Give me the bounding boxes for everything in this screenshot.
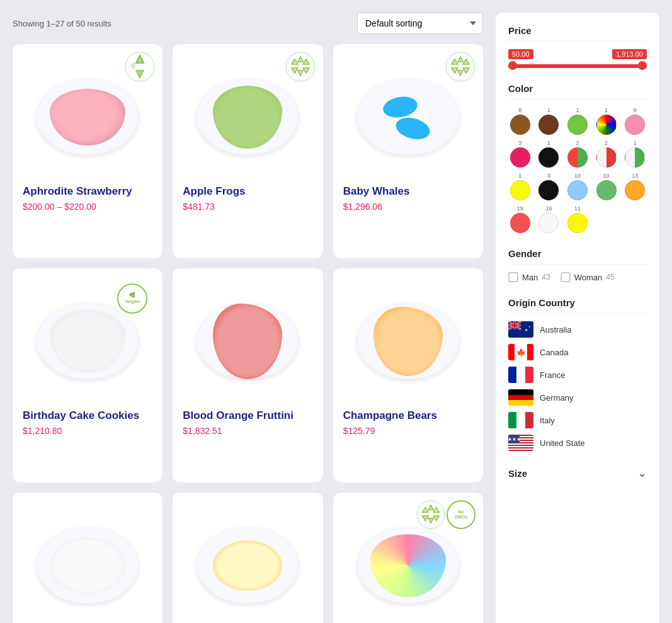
color-swatch-item[interactable]: 10 (595, 173, 618, 200)
color-swatch[interactable] (625, 147, 645, 168)
gender-woman-option[interactable]: Woman 45 (561, 272, 615, 282)
color-swatch[interactable] (510, 213, 530, 233)
color-count: 13 (632, 173, 638, 179)
color-swatch-item[interactable]: 8 (508, 107, 532, 135)
country-australia[interactable]: ★ ★ Australia (508, 321, 647, 338)
color-swatch[interactable] (625, 180, 645, 200)
color-swatch-item[interactable]: 19 (508, 205, 532, 233)
product-card[interactable]: Blood Orange Fruttini $1,832.51 (173, 268, 322, 483)
sort-select[interactable]: Default sortingSort by popularitySort by… (357, 13, 483, 34)
product-dish (37, 528, 138, 603)
color-swatch[interactable] (538, 147, 559, 168)
price-slider-thumb-left[interactable] (508, 61, 517, 70)
product-image-container (23, 503, 152, 623)
color-swatch[interactable] (538, 115, 559, 135)
color-count: 11 (574, 205, 581, 212)
product-name: Aphrodite Strawberry (23, 185, 152, 198)
color-count: 8 (518, 107, 521, 113)
color-swatch-item[interactable]: 11 (566, 205, 589, 233)
product-card[interactable]: Aphrodite Strawberry $200.00 – $220.00 (13, 44, 162, 258)
color-swatch-item[interactable]: 16 (537, 205, 561, 233)
color-swatch-item[interactable]: 2 (566, 140, 589, 168)
country-united-state[interactable]: ★★★ United State (508, 435, 647, 451)
color-swatch[interactable] (596, 147, 617, 168)
svg-rect-58 (508, 446, 533, 447)
main-content: Showing 1–27 of 50 results Default sorti… (13, 13, 483, 623)
gender-filter: Gender Man 43 Woman 45 (508, 248, 647, 282)
color-count: 1 (576, 107, 579, 113)
price-filter-title: Price (508, 25, 647, 42)
color-swatch[interactable] (538, 213, 559, 233)
product-name: Baby Whales (343, 185, 473, 198)
product-card[interactable]: Baby Whales $1,296.06 (333, 44, 483, 258)
country-italy[interactable]: Italy (508, 412, 647, 428)
color-count: 3 (547, 173, 550, 179)
color-swatch-item[interactable]: 9 (623, 107, 647, 135)
color-count: 10 (574, 173, 581, 179)
color-swatch[interactable] (538, 180, 559, 200)
product-card[interactable]: NoGMOs (333, 493, 483, 623)
product-price: $200.00 – $220.00 (23, 202, 152, 212)
badge-group: NoGMOs (416, 500, 476, 529)
product-card[interactable] (13, 493, 162, 623)
star-of-david-icon (285, 52, 316, 82)
country-germany[interactable]: Germany (508, 389, 647, 406)
svg-text:★★★: ★★★ (508, 437, 521, 442)
color-swatch-item[interactable]: 3 (537, 173, 561, 200)
product-card[interactable] (173, 493, 322, 623)
country-canada[interactable]: 🍁 Canada (508, 344, 647, 360)
candy-visual (213, 540, 282, 591)
product-image-container (183, 278, 312, 404)
candy-visual (373, 307, 443, 376)
product-card[interactable]: Champagne Bears $125.79 (333, 268, 483, 483)
color-grid: 8 1 1 1 9 (508, 107, 647, 233)
color-swatch-item[interactable]: 1 (566, 107, 589, 135)
color-swatch-item[interactable]: 2 (595, 140, 618, 168)
color-swatch[interactable] (596, 115, 617, 135)
flag-canada: 🍁 (508, 344, 533, 360)
product-image-container: 🌿Vegan (23, 278, 152, 404)
results-count: Showing 1–27 of 50 results (13, 19, 111, 28)
price-max: 1,913.00 (612, 49, 647, 59)
color-swatch-item[interactable]: 1 (537, 107, 561, 135)
size-filter-header[interactable]: Size ⌄ (508, 466, 647, 480)
star-badge-container (125, 52, 155, 84)
gender-man-option[interactable]: Man 43 (508, 272, 550, 282)
chevron-down-icon: ⌄ (637, 466, 647, 480)
gender-man-checkbox[interactable] (508, 272, 518, 282)
product-dish (197, 79, 298, 155)
color-swatch-item[interactable]: 1 (537, 140, 561, 168)
product-dish (358, 528, 458, 603)
country-name: Germany (540, 393, 573, 403)
product-card[interactable]: 🌿Vegan Birthday Cake Cookies $1,210.80 (13, 268, 162, 483)
candy-visual (213, 304, 282, 379)
price-slider-fill (508, 64, 647, 68)
color-swatch-item[interactable]: 1 (508, 173, 532, 200)
gender-options: Man 43 Woman 45 (508, 272, 647, 282)
product-price: $1,210.80 (23, 426, 152, 436)
color-swatch[interactable] (567, 180, 588, 200)
color-swatch[interactable] (510, 115, 530, 135)
color-swatch[interactable] (625, 115, 645, 135)
star-of-david-icon (125, 52, 155, 82)
price-slider-thumb-right[interactable] (638, 61, 647, 70)
color-swatch[interactable] (567, 147, 588, 168)
country-france[interactable]: France (508, 367, 647, 383)
product-image-container (343, 54, 473, 180)
price-slider-track[interactable] (508, 64, 647, 68)
color-count: 1 (547, 140, 550, 146)
color-swatch-item[interactable]: 1 (623, 140, 647, 168)
gender-woman-checkbox[interactable] (561, 272, 571, 282)
product-price: $125.79 (343, 426, 473, 436)
color-swatch-item[interactable]: 13 (623, 173, 647, 200)
product-card[interactable]: Apple Frogs $481.73 (173, 44, 322, 258)
color-swatch-item[interactable]: 10 (566, 173, 589, 200)
color-swatch-item[interactable]: 1 (595, 107, 618, 135)
color-swatch[interactable] (567, 115, 588, 135)
color-swatch[interactable] (510, 180, 530, 200)
color-swatch-item[interactable]: 3 (508, 140, 532, 168)
color-swatch[interactable] (596, 180, 617, 200)
gender-filter-title: Gender (508, 248, 647, 265)
color-swatch[interactable] (510, 147, 530, 168)
color-swatch[interactable] (567, 213, 588, 233)
